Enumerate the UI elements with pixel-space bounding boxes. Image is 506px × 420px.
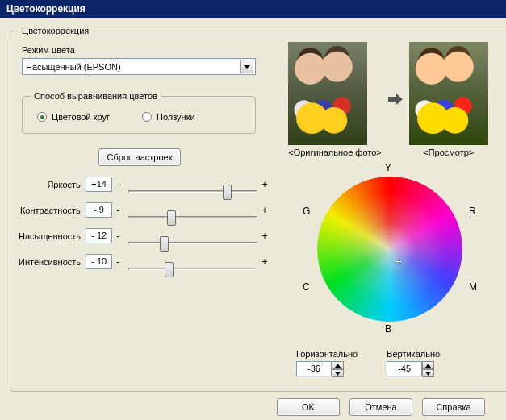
dialog-buttons: OK Отмена Справка: [10, 392, 496, 416]
plus-sign: +: [261, 231, 269, 242]
horizontal-spinner[interactable]: -36: [296, 361, 358, 377]
radio-label-wheel: Цветовой круг: [52, 112, 110, 122]
help-button[interactable]: Справка: [422, 398, 485, 416]
minus-sign: -: [114, 256, 122, 268]
plus-sign: +: [261, 205, 269, 216]
group-legend: Цветокоррекция: [19, 26, 92, 35]
slider-intensity: Интенсивность - 10 - +: [19, 254, 269, 269]
color-mode-dropdown[interactable]: Насыщенный (EPSON): [22, 58, 256, 75]
cancel-button[interactable]: Отмена: [349, 398, 412, 416]
reset-button-label: Сброс настроек: [107, 152, 173, 162]
original-photo-block: <Оригинальное фото>: [288, 42, 382, 157]
help-button-label: Справка: [436, 402, 470, 412]
vertical-spinner[interactable]: -45: [387, 361, 440, 377]
svg-marker-5: [425, 372, 431, 376]
saturation-label: Насыщенность: [19, 231, 86, 241]
svg-marker-1: [388, 94, 403, 105]
slider-thumb[interactable]: [165, 262, 174, 277]
radio-icon: [37, 112, 47, 122]
chevron-down-icon[interactable]: [240, 60, 253, 73]
color-wheel[interactable]: +: [317, 177, 462, 322]
vertical-block: Вертикально -45: [387, 349, 440, 377]
color-mode-value: Насыщенный (EPSON): [26, 62, 121, 72]
contrast-label: Контрастность: [19, 206, 86, 215]
wheel-letter-g: G: [303, 206, 310, 217]
plus-sign: +: [261, 256, 269, 268]
wheel-letter-m: M: [469, 281, 477, 293]
alignment-method-legend: Способ выравнивания цветов: [31, 91, 161, 101]
wheel-letter-c: C: [303, 281, 310, 293]
ok-button[interactable]: OK: [277, 398, 340, 416]
slider-thumb[interactable]: [223, 185, 232, 200]
reset-button[interactable]: Сброс настроек: [98, 148, 182, 166]
saturation-value[interactable]: - 12: [86, 228, 112, 243]
slider-contrast: Контрастность - 9 - +: [19, 202, 269, 218]
slider-thumb[interactable]: [167, 210, 176, 226]
spin-up-icon[interactable]: [422, 361, 434, 369]
color-wheel-area: Y G R C M B +: [275, 162, 501, 347]
vertical-value[interactable]: -45: [387, 361, 422, 376]
contrast-slider[interactable]: [128, 209, 257, 211]
ok-button-label: OK: [302, 402, 315, 412]
svg-marker-0: [244, 65, 250, 69]
spin-down-icon[interactable]: [332, 369, 344, 377]
brightness-value[interactable]: +14: [86, 177, 113, 192]
svg-marker-2: [335, 364, 341, 368]
preview-photo-block: <Просмотр>: [409, 42, 488, 157]
original-caption: <Оригинальное фото>: [288, 148, 382, 157]
right-column: <Оригинальное фото> <Просмотр> Y G R C: [269, 40, 501, 377]
wheel-letter-y: Y: [385, 162, 391, 173]
window-titlebar: Цветокоррекция: [0, 0, 506, 18]
window-title: Цветокоррекция: [6, 3, 86, 15]
intensity-label: Интенсивность: [19, 257, 86, 267]
contrast-value[interactable]: - 9: [86, 202, 113, 218]
slider-saturation: Насыщенность - 12 - +: [19, 228, 269, 243]
radio-label-sliders: Ползунки: [157, 112, 195, 122]
spin-down-icon[interactable]: [422, 369, 434, 377]
intensity-value[interactable]: - 10: [86, 254, 112, 269]
preview-caption: <Просмотр>: [409, 148, 488, 157]
brightness-slider[interactable]: [128, 183, 257, 185]
cancel-button-label: Отмена: [365, 402, 396, 412]
wheel-letter-b: B: [385, 323, 391, 335]
minus-sign: -: [114, 205, 122, 216]
preview-photo: [409, 42, 488, 145]
svg-marker-3: [335, 372, 341, 376]
vertical-label: Вертикально: [387, 349, 440, 359]
horizontal-label: Горизонтально: [296, 349, 358, 359]
arrow-right-icon: [387, 94, 404, 106]
color-correction-group: Цветокоррекция Режим цвета Насыщенный (E…: [10, 26, 506, 392]
wheel-cursor-icon: +: [395, 257, 403, 265]
radio-icon: [142, 112, 152, 122]
radio-option-sliders[interactable]: Ползунки: [142, 112, 195, 122]
horizontal-value[interactable]: -36: [296, 361, 332, 376]
color-mode-label: Режим цвета: [22, 45, 269, 55]
alignment-method-group: Способ выравнивания цветов Цветовой круг…: [22, 91, 256, 134]
slider-thumb[interactable]: [160, 236, 169, 252]
slider-brightness: Яркость +14 - +: [19, 177, 269, 192]
spin-up-icon[interactable]: [332, 361, 344, 369]
plus-sign: +: [261, 179, 269, 190]
left-column: Режим цвета Насыщенный (EPSON) Способ вы…: [19, 40, 269, 377]
saturation-slider[interactable]: [128, 235, 257, 237]
minus-sign: -: [114, 231, 122, 242]
horizontal-block: Горизонтально -36: [296, 349, 358, 377]
intensity-slider[interactable]: [128, 260, 257, 263]
original-photo: [288, 42, 367, 145]
wheel-letter-r: R: [469, 206, 476, 217]
minus-sign: -: [114, 179, 122, 190]
brightness-label: Яркость: [19, 180, 86, 189]
window-body: Цветокоррекция Режим цвета Насыщенный (E…: [0, 18, 506, 420]
radio-option-wheel[interactable]: Цветовой круг: [37, 112, 110, 122]
svg-marker-4: [425, 364, 431, 368]
